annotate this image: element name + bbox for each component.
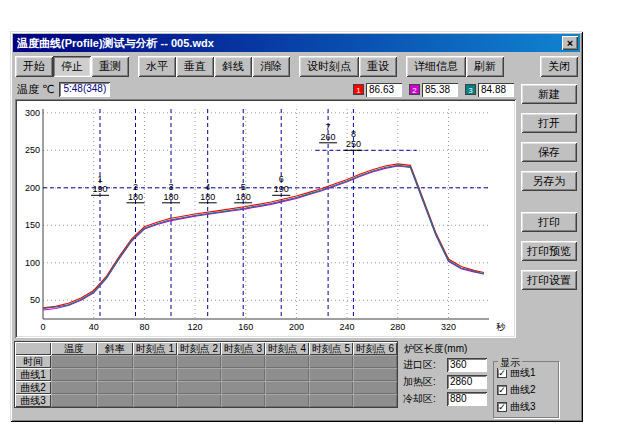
svg-text:180: 180	[128, 192, 143, 202]
curve2-visibility-checkbox[interactable]: ✓	[497, 385, 507, 395]
erase-button[interactable]: 消除	[252, 56, 290, 77]
save-as-button[interactable]: 另存为	[521, 171, 577, 191]
heating-zone-label: 加热区:	[403, 375, 447, 389]
table-cell-r3c7	[309, 381, 353, 394]
toolbar: 开始停止重测水平垂直斜线消除设时刻点重设详细信息刷新关闭	[13, 52, 580, 79]
display-title: 显示	[498, 356, 522, 370]
svg-text:1: 1	[97, 174, 102, 184]
print-preview-button[interactable]: 打印预览	[521, 241, 577, 261]
curve2-current-temp: 85.38	[422, 83, 458, 97]
svg-text:120: 120	[187, 322, 202, 332]
svg-text:260: 260	[321, 132, 336, 142]
svg-text:4: 4	[205, 182, 210, 192]
print-setup-button[interactable]: 打印设置	[521, 270, 577, 290]
curve3-current-temp: 84.88	[478, 83, 514, 97]
close-icon[interactable]: ×	[562, 36, 578, 50]
table-cell-r2c7	[309, 368, 353, 381]
chart-header: 温度 ℃ 5:48(348) 186.63285.38384.88	[15, 80, 516, 99]
curve1-color-swatch: 1	[353, 84, 364, 95]
table-row-label-3: 曲线2	[15, 381, 51, 394]
slant-button[interactable]: 斜线	[214, 56, 252, 77]
svg-text:180: 180	[236, 192, 251, 202]
inlet-zone-row: 进口区:360	[403, 358, 487, 372]
curve3-visibility-checkbox[interactable]: ✓	[497, 402, 507, 412]
svg-text:250: 250	[346, 139, 361, 149]
toolbar-group-4: 详细信息刷新	[406, 56, 504, 77]
close-button[interactable]: 关闭	[540, 56, 578, 77]
table-cell-r4c3	[133, 394, 177, 407]
table-cell-r1c2	[97, 355, 133, 368]
table-cell-r2c6	[265, 368, 309, 381]
table-cell-r2c2	[97, 368, 133, 381]
curve3-color-swatch: 3	[465, 84, 476, 95]
y-axis-title: 温度 ℃	[17, 82, 54, 97]
table-header-7: 时刻点 5	[309, 342, 353, 355]
table-cell-r4c2	[97, 394, 133, 407]
table-cell-r1c5	[221, 355, 265, 368]
table-cell-r2c1	[51, 368, 97, 381]
cooling-zone-input[interactable]: 880	[447, 392, 487, 406]
table-cell-r3c8	[353, 381, 397, 394]
print-button[interactable]: 打印	[521, 212, 577, 232]
window-title: 温度曲线(Profile)测试与分析 -- 005.wdx	[17, 36, 562, 51]
temperature-profile-chart: 5010015020025030004080120160200240280320…	[17, 101, 509, 335]
table-cell-r4c7	[309, 394, 353, 407]
svg-text:200: 200	[289, 322, 304, 332]
toolbar-group-1: 开始停止重测	[15, 56, 129, 77]
reset-button[interactable]: 重设	[359, 56, 397, 77]
app-window: 温度曲线(Profile)测试与分析 -- 005.wdx × 开始停止重测水平…	[10, 31, 583, 422]
svg-text:180: 180	[163, 192, 178, 202]
display-checkboxes: ✓曲线1✓曲线2✓曲线3	[497, 366, 556, 414]
table-cell-r4c4	[177, 394, 221, 407]
table-cell-r3c2	[97, 381, 133, 394]
open-button[interactable]: 打开	[521, 113, 577, 133]
main-area: 温度 ℃ 5:48(348) 186.63285.38384.88 501001…	[13, 79, 580, 339]
curve1-current-temp: 86.63	[366, 83, 402, 97]
legend-item-curve3: 384.88	[465, 83, 514, 97]
chart-panel: 温度 ℃ 5:48(348) 186.63285.38384.88 501001…	[15, 80, 516, 338]
horizontal-button[interactable]: 水平	[138, 56, 176, 77]
heating-zone-input[interactable]: 2860	[447, 375, 487, 389]
svg-text:250: 250	[25, 145, 40, 155]
curve2-color-swatch: 2	[409, 84, 420, 95]
titlebar: 温度曲线(Profile)测试与分析 -- 005.wdx ×	[13, 34, 580, 52]
table-cell-r3c4	[177, 381, 221, 394]
toolbar-group-2: 水平垂直斜线消除	[138, 56, 290, 77]
stop-button[interactable]: 停止	[53, 56, 91, 77]
table-row-label-4: 曲线3	[15, 394, 51, 407]
table-header-2: 斜率	[97, 342, 133, 355]
curve3-checkbox-label: 曲线3	[510, 400, 536, 414]
refresh-button[interactable]: 刷新	[466, 56, 504, 77]
inlet-zone-input[interactable]: 360	[447, 358, 487, 372]
table-cell-r1c4	[177, 355, 221, 368]
table-corner	[15, 342, 51, 355]
table-row-label-2: 曲线1	[15, 368, 51, 381]
table-header-3: 时刻点 1	[133, 342, 177, 355]
retest-button[interactable]: 重测	[91, 56, 129, 77]
details-button[interactable]: 详细信息	[406, 56, 466, 77]
new-button[interactable]: 新建	[521, 84, 577, 104]
vertical-button[interactable]: 垂直	[176, 56, 214, 77]
svg-text:50: 50	[30, 295, 40, 305]
table-cell-r2c5	[221, 368, 265, 381]
svg-text:190: 190	[274, 184, 289, 194]
curve2-display-row: ✓曲线2	[497, 383, 556, 397]
start-button[interactable]: 开始	[15, 56, 53, 77]
table-cell-r4c6	[265, 394, 309, 407]
table-cell-r1c8	[353, 355, 397, 368]
save-button[interactable]: 保存	[521, 142, 577, 162]
chart-area[interactable]: 5010015020025030004080120160200240280320…	[15, 99, 516, 338]
table-header-8: 时刻点 6	[353, 342, 397, 355]
set-time-points-button[interactable]: 设时刻点	[299, 56, 359, 77]
svg-text:150: 150	[25, 220, 40, 230]
legend-item-curve2: 285.38	[409, 83, 458, 97]
svg-text:7: 7	[326, 122, 331, 132]
table-cell-r4c5	[221, 394, 265, 407]
svg-text:160: 160	[238, 322, 253, 332]
table-cell-r2c4	[177, 368, 221, 381]
table-cell-r3c6	[265, 381, 309, 394]
svg-text:300: 300	[25, 108, 40, 118]
table-header-6: 时刻点 4	[265, 342, 309, 355]
table-cell-r1c1	[51, 355, 97, 368]
table-cell-r2c3	[133, 368, 177, 381]
